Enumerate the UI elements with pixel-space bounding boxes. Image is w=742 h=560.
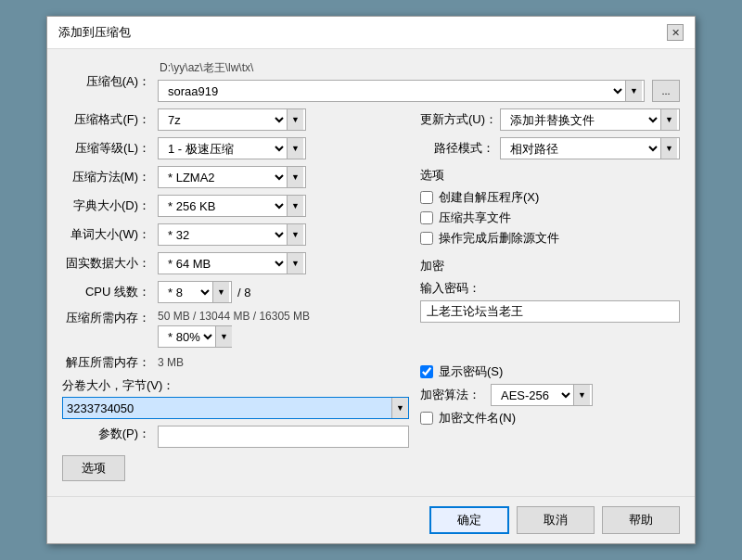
archive-combo-arrow[interactable]: ▼: [625, 81, 642, 101]
right-column: 更新方式(U)： 添加并替换文件 ▼ 路径模式： 相对路径: [420, 108, 680, 481]
shared-label: 压缩共享文件: [439, 210, 511, 226]
archive-name-combo[interactable]: soraa919 ▼: [158, 80, 645, 102]
update-row: 更新方式(U)： 添加并替换文件 ▼: [420, 108, 680, 131]
cpu-arrow[interactable]: ▼: [212, 282, 229, 302]
options-button[interactable]: 选项: [62, 455, 125, 481]
algo-row: 加密算法： AES-256 ▼: [420, 384, 680, 406]
cpu-select[interactable]: * 8: [164, 282, 212, 302]
cpu-row: CPU 线数： * 8 ▼ / 8: [62, 281, 409, 303]
left-column: 压缩格式(F)： 7z ▼ 压缩等级(L)： 1 - 极速压缩: [62, 108, 409, 481]
word-combo[interactable]: * 32 ▼: [158, 223, 306, 246]
cancel-button[interactable]: 取消: [517, 506, 595, 534]
solid-arrow[interactable]: ▼: [287, 253, 303, 274]
params-label: 参数(P)：: [62, 426, 150, 442]
decomp-value: 3 MB: [158, 356, 184, 369]
mem-value: 50 MB / 13044 MB / 16305 MB: [158, 310, 409, 323]
mem-label: 压缩所需内存：: [62, 310, 150, 326]
dict-select[interactable]: * 256 KB: [164, 196, 287, 216]
method-row: 压缩方法(M)： * LZMA2 ▼: [62, 166, 409, 188]
delete-checkbox[interactable]: [420, 232, 433, 245]
archive-name-select[interactable]: soraa919: [164, 81, 625, 101]
mem-percent-select[interactable]: * 80%: [164, 326, 215, 347]
options-btn-row: 选项: [62, 455, 409, 481]
mem-percent-combo[interactable]: * 80% ▼: [158, 325, 232, 348]
mem-row: 压缩所需内存： 50 MB / 13044 MB / 16305 MB * 80…: [62, 310, 409, 348]
path-combo[interactable]: 相对路径 ▼: [500, 137, 680, 159]
show-password-label: 显示密码(S): [439, 363, 503, 380]
mem-percent-arrow[interactable]: ▼: [215, 326, 232, 347]
encrypt-filename-row: 加密文件名(N): [420, 410, 680, 426]
encrypt-filename-checkbox[interactable]: [420, 412, 433, 425]
solid-select[interactable]: * 64 MB: [164, 253, 287, 274]
cpu-slash: / 8: [237, 286, 250, 299]
password-label-row: 输入密码：: [420, 280, 680, 297]
dialog-body: 压缩包(A)： D:\yy\az\老王\lw\tx\ soraa919 ▼ ..…: [47, 49, 695, 489]
path-mode-row: 路径模式： 相对路径 ▼: [420, 137, 680, 159]
update-select[interactable]: 添加并替换文件: [506, 109, 660, 130]
algo-combo[interactable]: AES-256 ▼: [491, 384, 593, 406]
level-arrow[interactable]: ▼: [287, 138, 303, 159]
archive-row: 压缩包(A)： D:\yy\az\老王\lw\tx\ soraa919 ▼ ..…: [62, 60, 680, 102]
method-combo[interactable]: * LZMA2 ▼: [158, 166, 306, 188]
path-arrow[interactable]: ▼: [660, 138, 677, 159]
help-button[interactable]: 帮助: [602, 506, 680, 534]
solid-label: 固实数据大小：: [62, 255, 150, 272]
dict-arrow[interactable]: ▼: [287, 196, 303, 216]
method-arrow[interactable]: ▼: [287, 167, 303, 187]
footer: 确定 取消 帮助: [47, 496, 695, 543]
path-select[interactable]: 相对路径: [506, 138, 660, 159]
delete-label: 操作完成后删除源文件: [439, 230, 559, 247]
algo-label: 加密算法：: [420, 387, 485, 403]
dialog-title: 添加到压缩包: [58, 24, 131, 41]
decomp-label: 解压所需内存：: [62, 354, 150, 371]
options-title: 选项: [420, 167, 680, 184]
vol-input[interactable]: [63, 397, 391, 419]
level-select[interactable]: 1 - 极速压缩: [164, 138, 287, 159]
password-label: 输入密码：: [420, 281, 480, 295]
method-label: 压缩方法(M)：: [62, 169, 150, 185]
algo-select[interactable]: AES-256: [497, 385, 573, 405]
decomp-row: 解压所需内存： 3 MB: [62, 354, 409, 371]
format-arrow[interactable]: ▼: [287, 109, 303, 130]
solid-row: 固实数据大小： * 64 MB ▼: [62, 252, 409, 274]
close-button[interactable]: ✕: [667, 24, 684, 41]
word-arrow[interactable]: ▼: [287, 224, 303, 245]
format-select[interactable]: 7z: [164, 109, 287, 130]
show-password-checkbox[interactable]: [420, 365, 433, 378]
algo-arrow[interactable]: ▼: [573, 385, 590, 405]
word-select[interactable]: * 32: [164, 224, 287, 245]
format-row: 压缩格式(F)： 7z ▼: [62, 108, 409, 131]
method-select[interactable]: * LZMA2: [164, 167, 287, 187]
level-row: 压缩等级(L)： 1 - 极速压缩 ▼: [62, 137, 409, 159]
sfx-checkbox[interactable]: [420, 191, 433, 204]
vol-label: 分卷大小，字节(V)：: [62, 377, 409, 394]
archive-path: D:\yy\az\老王\lw\tx\: [158, 60, 680, 76]
vol-arrow[interactable]: ▼: [391, 398, 408, 418]
level-label: 压缩等级(L)：: [62, 140, 150, 157]
params-row: 参数(P)：: [62, 426, 409, 448]
vol-section: 分卷大小，字节(V)： ▼: [62, 377, 409, 419]
archive-label: 压缩包(A)：: [62, 73, 150, 90]
params-input[interactable]: [158, 426, 409, 448]
word-label: 单词大小(W)：: [62, 226, 150, 243]
cpu-combo[interactable]: * 8 ▼: [158, 281, 232, 303]
main-dialog: 添加到压缩包 ✕ 压缩包(A)： D:\yy\az\老王\lw\tx\ sora…: [46, 16, 696, 544]
format-combo[interactable]: 7z ▼: [158, 108, 306, 131]
dict-combo[interactable]: * 256 KB ▼: [158, 195, 306, 217]
ok-button[interactable]: 确定: [429, 506, 509, 534]
title-bar: 添加到压缩包 ✕: [47, 17, 695, 49]
level-combo[interactable]: 1 - 极速压缩 ▼: [158, 137, 306, 159]
dict-label: 字典大小(D)：: [62, 197, 150, 214]
show-password-row: 显示密码(S): [420, 363, 680, 380]
password-input[interactable]: [420, 300, 680, 323]
encrypt-filename-label: 加密文件名(N): [439, 410, 516, 426]
cpu-label: CPU 线数：: [62, 284, 150, 300]
encrypt-title: 加密: [420, 258, 680, 274]
update-combo[interactable]: 添加并替换文件 ▼: [500, 108, 680, 131]
shared-checkbox[interactable]: [420, 211, 433, 224]
update-arrow[interactable]: ▼: [660, 109, 677, 130]
solid-combo[interactable]: * 64 MB ▼: [158, 252, 306, 274]
vol-combo-wrapper[interactable]: ▼: [62, 397, 409, 419]
browse-button[interactable]: ...: [652, 80, 680, 102]
encrypt-section: 加密 输入密码： 显示密码(S) 加密算法： AES-256: [420, 258, 680, 426]
